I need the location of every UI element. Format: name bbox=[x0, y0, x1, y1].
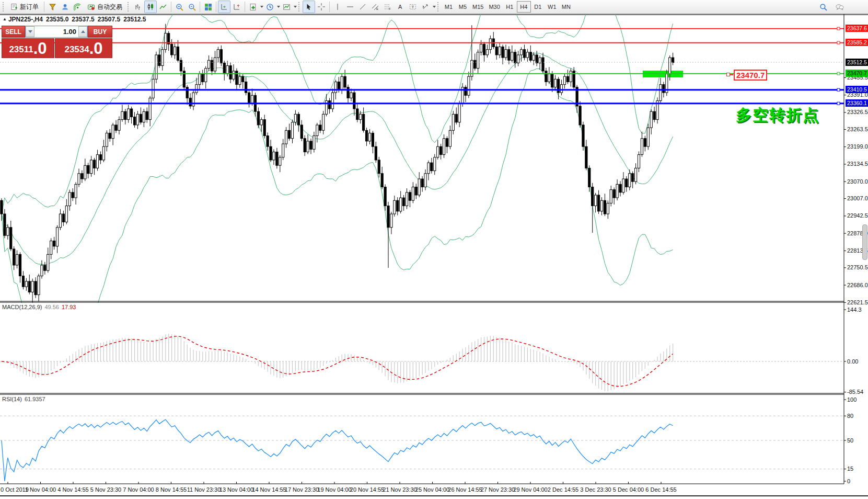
arrows-dropdown-caret[interactable] bbox=[433, 6, 436, 8]
horizontal-line-tool-button[interactable] bbox=[344, 1, 356, 13]
vertical-scrollbar-thumb[interactable] bbox=[862, 224, 867, 260]
autotrading-button[interactable]: 自动交易 bbox=[84, 1, 126, 13]
chart-shift-button[interactable] bbox=[230, 1, 243, 13]
signals-button[interactable] bbox=[71, 1, 84, 13]
macd-signal-value: 17.93 bbox=[62, 304, 76, 310]
new-order-button[interactable]: 新订单 bbox=[7, 1, 42, 13]
zoom-out-button[interactable] bbox=[186, 1, 198, 13]
timeframe-m30-button[interactable]: M30 bbox=[486, 1, 502, 13]
templates-button[interactable] bbox=[280, 1, 293, 13]
svg-text:E: E bbox=[376, 7, 378, 10]
svg-text:T: T bbox=[412, 5, 414, 9]
line-endpoint-handle[interactable] bbox=[837, 102, 840, 105]
arrows-tool-button[interactable] bbox=[419, 1, 432, 13]
candlestick-chart-button[interactable] bbox=[144, 1, 157, 13]
macd-value: 49.56 bbox=[44, 304, 59, 310]
macd-histogram bbox=[2, 334, 673, 391]
trendline-icon bbox=[359, 3, 366, 10]
fibonacci-icon: F bbox=[384, 3, 391, 10]
bar-chart-button[interactable] bbox=[132, 1, 144, 13]
line-chart-button[interactable] bbox=[157, 1, 169, 13]
label-tool-button[interactable]: T bbox=[407, 1, 419, 13]
vertical-line-icon bbox=[334, 3, 341, 10]
separator bbox=[245, 2, 245, 12]
toolbar-drag-handle bbox=[298, 2, 301, 12]
ohlc-close: 23512.5 bbox=[123, 16, 146, 23]
price-callout-anchor bbox=[726, 73, 730, 76]
line-endpoint-handle[interactable] bbox=[837, 88, 840, 91]
cn-annotation-text: 多空转折点 bbox=[736, 105, 819, 126]
templates-dropdown-caret[interactable] bbox=[294, 6, 297, 8]
separator bbox=[44, 2, 44, 12]
timeframe-m15-button[interactable]: M15 bbox=[470, 1, 486, 13]
timeframe-m5-button[interactable]: M5 bbox=[456, 1, 470, 13]
separator bbox=[216, 2, 216, 12]
line-endpoint-handle[interactable] bbox=[837, 27, 840, 30]
equidistant-channel-tool-button[interactable]: E bbox=[369, 1, 381, 13]
auto-scroll-icon bbox=[221, 3, 228, 10]
toolbar-drag-handle bbox=[128, 2, 130, 12]
timeframe-h1-button[interactable]: H1 bbox=[503, 1, 517, 13]
chat-button[interactable] bbox=[834, 1, 846, 13]
timeframe-m1-button[interactable]: M1 bbox=[442, 1, 456, 13]
timeframe-h4-button[interactable]: H4 bbox=[517, 1, 531, 13]
zoom-out-icon bbox=[188, 3, 196, 11]
sell-price-display[interactable]: 23511.0 bbox=[2, 38, 54, 58]
svg-text:F: F bbox=[389, 7, 391, 10]
zoom-in-button[interactable] bbox=[173, 1, 186, 13]
triangle-down-icon bbox=[28, 30, 32, 33]
rsi-line bbox=[2, 419, 673, 481]
sell-price-main: 23511 bbox=[9, 43, 33, 56]
line-endpoint-handle[interactable] bbox=[837, 72, 840, 75]
trendline-tool-button[interactable] bbox=[356, 1, 369, 13]
rsi-value: 61.9357 bbox=[25, 396, 45, 402]
price-callout-box[interactable]: 23470.7 bbox=[734, 70, 767, 81]
fibonacci-tool-button[interactable]: F bbox=[381, 1, 394, 13]
template-icon bbox=[283, 3, 291, 11]
symbol-title: JPN225-,H4 bbox=[8, 16, 43, 23]
tile-windows-button[interactable] bbox=[202, 1, 214, 13]
crosshair-button[interactable] bbox=[315, 1, 328, 13]
toolbar-drag-handle bbox=[437, 2, 440, 12]
ohlc-low: 23507.5 bbox=[98, 16, 120, 23]
buy-button[interactable]: BUY bbox=[88, 26, 112, 38]
text-tool-button[interactable]: A bbox=[394, 1, 407, 13]
timeframe-mn-button[interactable]: MN bbox=[559, 1, 573, 13]
volume-input[interactable] bbox=[34, 26, 78, 37]
window-bottom-border bbox=[0, 495, 868, 496]
ohlc-open: 23535.0 bbox=[46, 16, 68, 23]
triangle-up-icon bbox=[81, 30, 85, 33]
buy-price-display[interactable]: 23534.0 bbox=[55, 38, 112, 58]
candlesticks bbox=[1, 24, 674, 303]
symbol-direction-icon: ▲ bbox=[3, 17, 7, 21]
auto-scroll-button[interactable] bbox=[218, 1, 230, 13]
candlestick-chart-icon bbox=[147, 3, 154, 10]
volume-increase-button[interactable] bbox=[78, 26, 87, 37]
sell-button[interactable]: SELL bbox=[2, 26, 25, 38]
search-button[interactable] bbox=[817, 1, 829, 13]
cursor-arrow-icon bbox=[305, 3, 313, 10]
buy-price-main: 23534 bbox=[64, 43, 89, 56]
toolbar: 新订单 自动交易 bbox=[0, 0, 868, 14]
timeframe-w1-button[interactable]: W1 bbox=[545, 1, 559, 13]
one-click-trading-panel: SELL BUY 23511.0 23534.0 bbox=[2, 26, 112, 58]
community-button[interactable] bbox=[59, 1, 71, 13]
cursor-button[interactable] bbox=[303, 1, 315, 13]
text-label-icon: T bbox=[409, 3, 416, 10]
periods-button[interactable] bbox=[263, 1, 276, 13]
buy-price-fraction: .0 bbox=[89, 41, 103, 56]
sell-price-fraction: .0 bbox=[33, 41, 47, 56]
horizontal-line-icon bbox=[346, 3, 354, 10]
vertical-line-tool-button[interactable] bbox=[331, 1, 344, 13]
svg-text:A: A bbox=[398, 4, 402, 10]
line-endpoint-handle[interactable] bbox=[837, 41, 840, 44]
rsi-label-line: RSI(14)61.9357 bbox=[2, 396, 45, 402]
timeframe-d1-button[interactable]: D1 bbox=[531, 1, 545, 13]
indicators-button[interactable] bbox=[247, 1, 259, 13]
zoom-in-icon bbox=[176, 3, 183, 11]
volume-decrease-button[interactable] bbox=[26, 26, 34, 37]
ohlc-high: 23537.5 bbox=[72, 16, 94, 23]
mql5-market-button[interactable] bbox=[46, 1, 59, 13]
text-icon: A bbox=[397, 3, 404, 10]
autotrading-icon bbox=[87, 3, 95, 11]
